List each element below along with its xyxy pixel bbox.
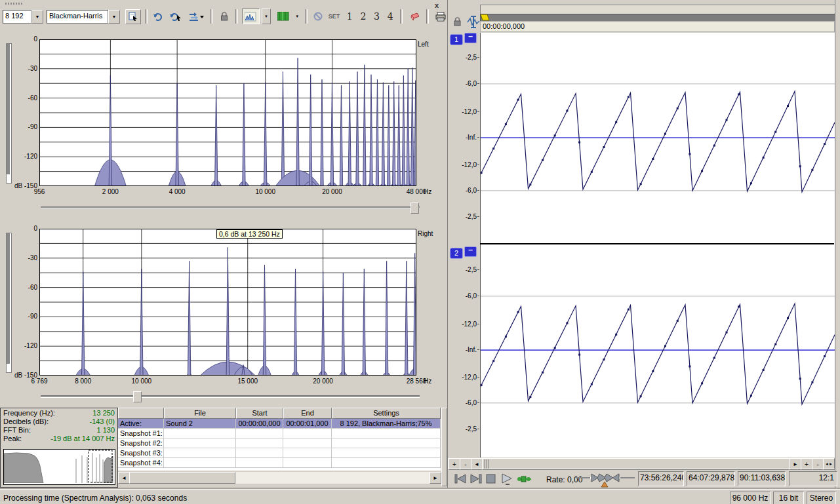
panel-grip[interactable] [5, 3, 22, 5]
go-to-start-button[interactable] [454, 473, 467, 484]
table-row[interactable]: Snapshot #2: [118, 438, 441, 448]
db-ruler-label: -Inf. [454, 134, 477, 141]
play-device-plug-icon[interactable] [517, 475, 532, 483]
position-flag-icon[interactable] [481, 14, 490, 21]
channel-2-badge[interactable]: 2 [450, 248, 463, 259]
x-axis-tick-label: 20 000 [315, 188, 348, 195]
table-vertical-scrollbar[interactable] [441, 408, 447, 486]
sonogram-mode-button[interactable] [275, 10, 292, 24]
y-axis-tick-label: -90 [9, 123, 37, 130]
waveform-channel-svg[interactable] [481, 245, 835, 456]
smoothing-window-combobox[interactable]: Blackman-Harris ▼ [47, 10, 120, 24]
snapshot-4-button[interactable]: 4 [384, 10, 396, 24]
selection-left-display[interactable]: 73:56:26,240 [638, 471, 684, 486]
db-ruler-tick [477, 190, 479, 191]
fft-size-dropdown-icon[interactable]: ▼ [31, 10, 43, 24]
sonogram-dropdown-icon[interactable]: ▼ [293, 10, 301, 24]
db-ruler-tick [477, 349, 479, 350]
go-to-end-button[interactable] [470, 473, 482, 484]
table-row[interactable]: Snapshot #4: [118, 458, 441, 468]
zoom-ratio-display[interactable]: 12:1 [789, 471, 837, 486]
table-cell [283, 448, 332, 458]
waveform-cursor-icon[interactable] [467, 16, 480, 28]
x-axis-tick-label: 6 769 [23, 378, 56, 385]
db-ruler-label: -2,5 [454, 266, 477, 273]
info-label: Frequency (Hz): [3, 409, 55, 417]
smoothing-window-dropdown-icon[interactable]: ▼ [108, 10, 120, 24]
channel-1-badge[interactable]: 1 [450, 34, 463, 45]
settings-button[interactable] [125, 9, 141, 24]
selection-right-display[interactable]: 64:07:29,878 [687, 471, 735, 486]
info-row: Peak:-19 dB at 14 007 Hz [1, 434, 117, 442]
info-value: 13 250 [92, 409, 115, 417]
table-row[interactable]: Snapshot #1: [118, 429, 441, 438]
status-bar: Processing time (Spectrum Analysis): 0,0… [0, 489, 840, 504]
rate-slider[interactable] [576, 472, 635, 488]
table-header-cell[interactable]: Settings [332, 408, 441, 419]
lock-icon[interactable] [453, 16, 462, 27]
selection-length-display[interactable]: 90:11:03,638 [738, 471, 786, 486]
erase-snapshot-button[interactable] [407, 10, 422, 24]
table-cell [283, 438, 332, 448]
table-row[interactable]: Active:Sound 200:00:00,00000:00:01,0008 … [118, 419, 441, 429]
clear-snapshot-button[interactable] [311, 10, 325, 24]
channel-1-minimize-button[interactable]: – [464, 33, 477, 43]
table-cell [236, 438, 283, 448]
snapshot-2-button[interactable]: 2 [357, 10, 369, 24]
plot2-slider-track[interactable] [41, 395, 420, 398]
channel-2-minimize-button[interactable]: – [464, 246, 477, 257]
plot2-slider-thumb[interactable] [133, 391, 142, 402]
db-ruler-tick [477, 269, 479, 270]
stop-button[interactable] [486, 473, 496, 484]
play-normal-button[interactable] [501, 473, 514, 486]
lock-selection-button[interactable] [217, 10, 231, 24]
spectrum-plot-svg[interactable] [39, 39, 416, 186]
sync-mode-button[interactable] [186, 10, 207, 24]
info-value: -143 (0) [89, 417, 115, 425]
spectrum-plot-right [39, 229, 416, 376]
table-horizontal-scrollbar[interactable]: ◄ ► [118, 472, 441, 484]
auto-refresh-button[interactable] [167, 10, 184, 24]
processing-time-label: Processing time (Spectrum Analysis): 0,0… [3, 494, 187, 503]
plot1-slider-track[interactable] [41, 206, 420, 209]
y-axis-tick-label: 0 [9, 225, 37, 232]
snapshot-1-button[interactable]: 1 [344, 10, 355, 24]
set-snapshot-button[interactable]: SET [327, 10, 342, 24]
spectrum-graph-dropdown-icon[interactable]: ▼ [262, 9, 271, 24]
cursor-readout-tooltip: 0,6 dB at 13 250 Hz [216, 229, 283, 239]
table-scroll-left-button[interactable]: ◄ [118, 472, 130, 484]
y-axis-tick-label: 0 [9, 35, 37, 43]
table-cell: 00:00:01,000 [283, 419, 332, 429]
wave-scroll-row: + - ◄ ► + - ◄► [448, 458, 835, 469]
sample-rate-box: 96 000 Hz [730, 492, 770, 504]
chevron-down-icon [200, 12, 205, 22]
spectrum-graph-icon [245, 12, 256, 22]
snapshot-3-button[interactable]: 3 [371, 10, 383, 24]
table-cell [283, 458, 332, 468]
disabled-circle-icon [313, 12, 323, 21]
channel-separator[interactable] [480, 243, 834, 244]
sound-window-panel: 00:00:00,000 1 – 2 – + - ◄ ► + - ◄► [447, 0, 840, 489]
table-header-cell[interactable]: File [164, 408, 236, 419]
table-scroll-thumb[interactable] [129, 472, 235, 484]
waveform-display[interactable] [480, 33, 835, 457]
plot1-slider-thumb[interactable] [410, 203, 419, 214]
table-header-cell[interactable] [118, 408, 164, 419]
ruler-time-label: 00:00:00,000 [483, 22, 525, 30]
fft-size-combobox[interactable]: 8 192 ▼ [3, 10, 43, 24]
db-ruler-tick [477, 83, 479, 84]
table-header-cell[interactable]: End [283, 408, 332, 419]
table-header-cell[interactable]: Start [236, 408, 283, 419]
refresh-button[interactable] [151, 10, 166, 24]
info-label: Peak: [3, 435, 22, 442]
time-ruler[interactable]: 00:00:00,000 [480, 21, 835, 32]
spectrum-plot-svg[interactable] [39, 229, 416, 376]
spectrum-graph-mode-button[interactable] [242, 9, 260, 24]
db-ruler-tick [477, 57, 479, 58]
table-cell: 00:00:00,000 [236, 419, 283, 429]
table-scroll-right-button[interactable]: ► [430, 472, 441, 484]
table-cell [236, 429, 283, 438]
toolbar-separator [400, 9, 403, 24]
table-row[interactable]: Snapshot #3: [118, 448, 441, 458]
waveform-channel-svg[interactable] [481, 33, 835, 244]
